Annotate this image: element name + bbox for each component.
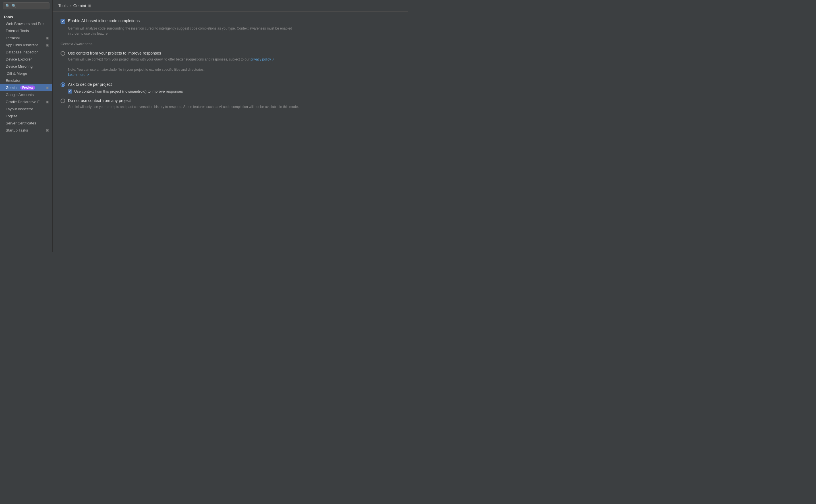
sub-checkbox-row: ✓ Use context from this project (nowinan… <box>68 89 301 93</box>
sidebar-item-label: Web Browsers and Pre <box>6 22 43 26</box>
radio-label-use-context: Use context from your projects to improv… <box>68 51 161 55</box>
startup-icon: ▣ <box>46 128 49 132</box>
radio-label-no-context: Do not use context from any project <box>68 98 131 103</box>
radio-ask-per-project[interactable] <box>61 82 65 87</box>
context-awareness-radio-group: Use context from your projects to improv… <box>61 51 301 114</box>
sidebar-item-label: Gemini <box>6 86 17 90</box>
sidebar-item-label: Server Certificates <box>6 121 36 125</box>
inline-completions-label: Enable AI-based inline code completions <box>68 18 139 23</box>
radio-label-ask-per-project: Ask to decide per project <box>68 82 112 87</box>
terminal-icon: ▣ <box>46 36 49 40</box>
chevron-icon: › <box>3 72 4 75</box>
breadcrumb-separator: › <box>70 4 71 8</box>
sidebar-item-label: External Tools <box>6 29 29 33</box>
learn-more-link[interactable]: Learn more ↗ <box>68 73 89 77</box>
sidebar-item-device-explorer[interactable]: Device Explorer <box>0 56 52 63</box>
sidebar-item-layout-inspector[interactable]: Layout Inspector <box>0 105 52 113</box>
sidebar-section-tools: Tools <box>0 12 52 20</box>
checkmark-icon: ✓ <box>62 20 64 23</box>
gradle-icon: ▣ <box>46 100 49 104</box>
link-arrow-icon: ↗ <box>272 58 274 61</box>
search-input[interactable] <box>12 4 47 8</box>
sidebar: 🔍 Tools Web Browsers and Pre External To… <box>0 0 53 252</box>
sidebar-item-label: Google Accounts <box>6 93 34 97</box>
radio-option-ask-per-project: Ask to decide per project ✓ Use context … <box>61 82 301 93</box>
section-divider <box>97 44 301 44</box>
learn-more-arrow-icon: ↗ <box>86 73 89 76</box>
preview-badge: Preview <box>20 86 35 90</box>
radio-desc-use-context: Gemini will use context from your projec… <box>68 57 301 77</box>
settings-panel: ✓ Enable AI-based inline code completion… <box>53 12 309 121</box>
sidebar-item-external-tools[interactable]: External Tools <box>0 27 52 34</box>
search-icon: 🔍 <box>5 4 10 8</box>
context-awareness-title: Context Awareness <box>61 42 92 46</box>
sidebar-item-device-mirroring[interactable]: Device Mirroring <box>0 63 52 70</box>
sidebar-item-database-inspector[interactable]: Database Inspector <box>0 49 52 56</box>
context-awareness-section-header: Context Awareness <box>61 42 301 46</box>
sub-checkbox-nowinandroid[interactable]: ✓ <box>68 89 72 93</box>
sidebar-item-label: Startup Tasks <box>6 128 28 132</box>
sidebar-item-label: Diff & Merge <box>7 71 27 76</box>
radio-selected-dot <box>62 84 64 86</box>
sidebar-item-label: Layout Inspector <box>6 107 33 111</box>
radio-note-text: Note: You can use an .aiexclude file in … <box>68 68 205 72</box>
radio-option-use-context: Use context from your projects to improv… <box>61 51 301 77</box>
search-bar: 🔍 <box>0 0 52 12</box>
gemini-icon: ▣ <box>46 86 49 89</box>
sidebar-item-label: Logcat <box>6 114 17 118</box>
breadcrumb-current: Gemini <box>73 3 86 8</box>
radio-no-context[interactable] <box>61 99 65 103</box>
sidebar-item-gemini[interactable]: Gemini Preview ▣ <box>0 84 52 91</box>
sidebar-item-logcat[interactable]: Logcat <box>0 113 52 120</box>
inline-completions-row: ✓ Enable AI-based inline code completion… <box>61 18 301 24</box>
sidebar-item-terminal[interactable]: Terminal ▣ <box>0 34 52 41</box>
search-wrapper[interactable]: 🔍 <box>3 2 49 9</box>
sub-checkbox-label: Use context from this project (nowinandr… <box>74 89 183 93</box>
sidebar-item-app-links[interactable]: App Links Assistant ▣ <box>0 41 52 49</box>
sidebar-item-label: Emulator <box>6 78 20 83</box>
sidebar-item-google-accounts[interactable]: Google Accounts <box>0 91 52 98</box>
sidebar-item-label: Database Inspector <box>6 50 38 54</box>
sidebar-item-server-certificates[interactable]: Server Certificates <box>0 120 52 127</box>
sidebar-item-label: Device Mirroring <box>6 64 33 68</box>
sidebar-item-startup-tasks[interactable]: Startup Tasks ▣ <box>0 127 52 134</box>
sidebar-item-label: Gradle Declarative F <box>6 100 39 104</box>
radio-option-no-context: Do not use context from any project Gemi… <box>61 98 301 109</box>
main-content: Tools › Gemini ▣ ✓ Enable AI-based inlin… <box>53 0 408 252</box>
sidebar-item-label: Device Explorer <box>6 57 32 61</box>
inline-completions-checkbox[interactable]: ✓ <box>61 19 65 24</box>
inline-completions-description: Gemini will analyze code surrounding the… <box>68 26 296 36</box>
sidebar-item-web-browsers[interactable]: Web Browsers and Pre <box>0 20 52 27</box>
breadcrumb-settings-icon: ▣ <box>88 4 91 8</box>
radio-use-context[interactable] <box>61 51 65 56</box>
sidebar-item-label: App Links Assistant <box>6 43 38 47</box>
sidebar-item-gradle-declarative[interactable]: Gradle Declarative F ▣ <box>0 98 52 105</box>
radio-row-ask-per-project: Ask to decide per project <box>61 82 301 87</box>
sub-checkmark-icon: ✓ <box>69 90 71 93</box>
sidebar-item-label: Terminal <box>6 36 20 40</box>
privacy-policy-link[interactable]: privacy policy ↗ <box>251 57 274 61</box>
radio-row-use-context: Use context from your projects to improv… <box>61 51 301 56</box>
app-links-icon: ▣ <box>46 43 49 47</box>
radio-row-no-context: Do not use context from any project <box>61 98 301 103</box>
radio-desc-no-context: Gemini will only use your prompts and pa… <box>68 104 301 109</box>
sidebar-item-diff-merge[interactable]: › Diff & Merge <box>0 70 52 77</box>
sidebar-item-emulator[interactable]: Emulator <box>0 77 52 84</box>
breadcrumb-parent: Tools <box>58 3 68 8</box>
radio-desc-text-1: Gemini will use context from your projec… <box>68 57 251 61</box>
breadcrumb: Tools › Gemini ▣ <box>53 0 408 12</box>
